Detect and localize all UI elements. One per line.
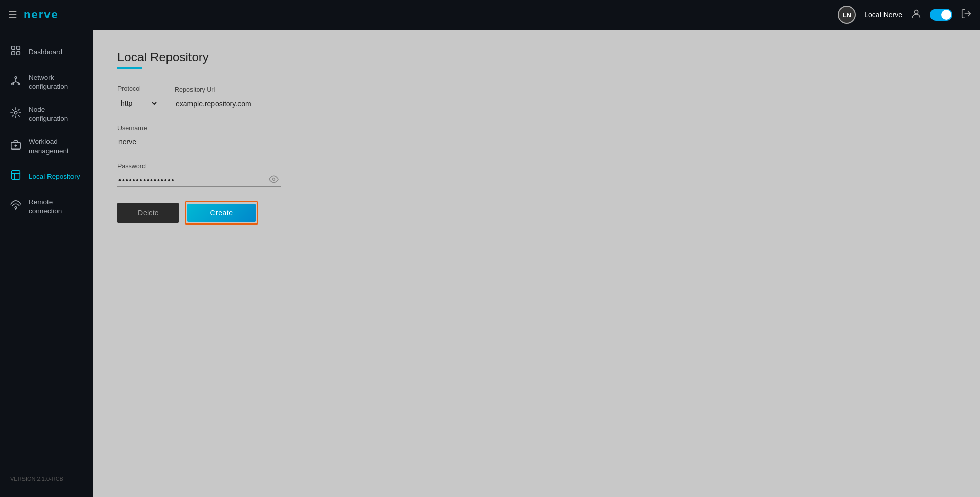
svg-line-10 xyxy=(13,82,16,83)
sidebar-label-network: Network configuration xyxy=(29,73,83,91)
sidebar-item-network-configuration[interactable]: Network configuration xyxy=(0,66,93,98)
username-group: Username xyxy=(117,125,291,148)
eye-icon[interactable] xyxy=(269,174,279,187)
sidebar-item-workload-management[interactable]: Workload management xyxy=(0,130,93,162)
svg-rect-16 xyxy=(12,171,20,180)
title-underline xyxy=(117,67,142,69)
sidebar-label-remote: Remote connection xyxy=(29,197,83,215)
sidebar-label-workload: Workload management xyxy=(29,137,83,155)
password-input[interactable] xyxy=(117,174,281,187)
hamburger-menu[interactable]: ☰ xyxy=(8,9,17,21)
password-label: Password xyxy=(117,163,281,170)
sidebar-label-dashboard: Dashboard xyxy=(29,47,62,57)
svg-line-11 xyxy=(16,82,19,83)
logo-text: nerve xyxy=(23,8,59,21)
repository-icon xyxy=(10,169,21,183)
svg-point-12 xyxy=(14,111,17,114)
protocol-repo-row: Protocol http https ftp Repository Url xyxy=(117,85,955,110)
logout-icon[interactable] xyxy=(961,8,972,22)
protocol-select[interactable]: http https ftp xyxy=(117,96,158,110)
sidebar-item-remote-connection[interactable]: Remote connection xyxy=(0,190,93,222)
username-input[interactable] xyxy=(117,136,291,148)
svg-rect-5 xyxy=(17,52,20,55)
theme-toggle[interactable] xyxy=(930,9,952,21)
sidebar-item-dashboard[interactable]: Dashboard xyxy=(0,38,93,66)
create-button[interactable]: Create xyxy=(187,204,255,222)
repo-url-input[interactable] xyxy=(175,97,328,110)
sidebar-label-node: Node configuration xyxy=(29,105,83,123)
svg-rect-3 xyxy=(17,46,20,49)
protocol-label: Protocol xyxy=(117,85,158,92)
content-area: Local Repository Protocol http https ftp… xyxy=(93,30,980,497)
sidebar-label-repository: Local Repository xyxy=(29,172,80,181)
network-icon xyxy=(10,75,21,89)
repo-url-label: Repository Url xyxy=(175,86,328,93)
dashboard-icon xyxy=(10,45,21,59)
navbar-logo: nerve xyxy=(23,8,59,21)
buttons-row: Delete Create xyxy=(117,201,955,225)
version-label: VERSION 2.1.0-RCB xyxy=(0,468,93,489)
password-row: Password xyxy=(117,163,955,187)
delete-button[interactable]: Delete xyxy=(117,203,179,223)
svg-point-0 xyxy=(914,10,918,13)
user-icon[interactable] xyxy=(911,8,922,22)
avatar[interactable]: LN xyxy=(838,6,856,24)
username-label: Username xyxy=(117,125,291,132)
sidebar: Dashboard Network configuration Node con… xyxy=(0,30,93,497)
svg-rect-4 xyxy=(12,52,15,55)
username-row: Username xyxy=(117,125,955,148)
navbar-right: LN Local Nerve xyxy=(838,6,972,24)
password-group: Password xyxy=(117,163,281,187)
sidebar-item-local-repository[interactable]: Local Repository xyxy=(0,162,93,190)
protocol-group: Protocol http https ftp xyxy=(117,85,158,110)
username-label: Local Nerve xyxy=(864,11,902,19)
create-button-wrapper: Create xyxy=(185,201,258,225)
password-wrapper xyxy=(117,174,281,187)
svg-rect-2 xyxy=(12,46,15,49)
navbar: ☰ nerve LN Local Nerve xyxy=(0,0,980,30)
node-icon xyxy=(10,107,21,121)
sidebar-item-node-configuration[interactable]: Node configuration xyxy=(0,98,93,130)
remote-icon xyxy=(10,200,21,213)
page-title: Local Repository xyxy=(117,50,955,64)
main-layout: Dashboard Network configuration Node con… xyxy=(0,30,980,497)
workload-icon xyxy=(10,139,21,153)
svg-point-21 xyxy=(273,178,275,181)
repo-url-group: Repository Url xyxy=(175,86,328,110)
